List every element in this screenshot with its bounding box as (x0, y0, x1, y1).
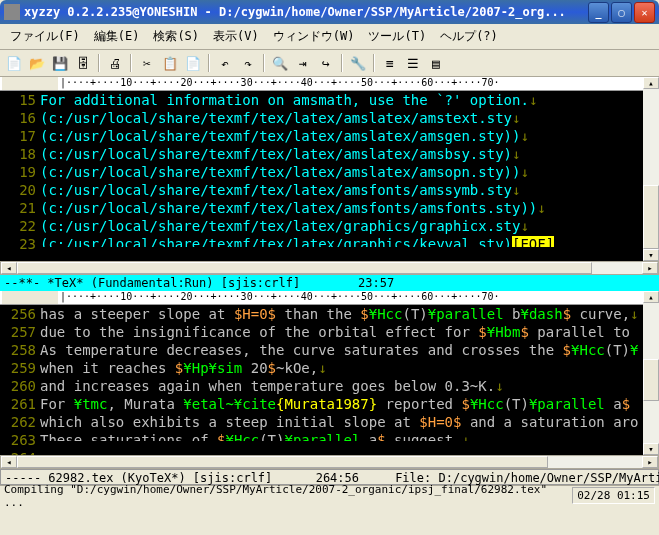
ruler: |····+····10···+····20···+····30···+····… (0, 77, 643, 91)
new-file-icon[interactable]: 📄 (4, 53, 24, 73)
scroll-left-icon[interactable]: ◂ (1, 262, 17, 274)
save-icon[interactable]: 💾 (50, 53, 70, 73)
minimize-button[interactable]: _ (588, 2, 609, 23)
scroll-up-icon[interactable]: ▴ (643, 291, 659, 303)
titlebar: xyzzy 0.2.2.235@YONESHIN - D:/cygwin/hom… (0, 0, 659, 24)
wrap-icon[interactable]: ▤ (426, 53, 446, 73)
toolbar: 📄 📂 💾 🗄 🖨 ✂ 📋 📄 ↶ ↷ 🔍 ⇥ ↪ 🔧 ≡ ☰ ▤ (0, 50, 659, 77)
scroll-right-icon[interactable]: ▸ (642, 262, 658, 274)
status-time: 02/28 01:15 (572, 487, 655, 504)
toolbar-separator (341, 54, 343, 72)
scroll-down-icon[interactable]: ▾ (643, 249, 659, 261)
close-button[interactable]: ✕ (634, 2, 655, 23)
menu-help[interactable]: ヘルプ(?) (434, 26, 504, 47)
status-message: Compiling "D:/cygwin/home/Owner/SSP/MyAr… (4, 483, 572, 509)
menubar: ファイル(F) 編集(E) 検索(S) 表示(V) ウィンドウ(W) ツール(T… (0, 24, 659, 50)
horizontal-scrollbar[interactable]: ◂ ▸ (0, 455, 659, 469)
editor-pane-1[interactable]: 151617181920212223 For additional inform… (0, 91, 643, 261)
scroll-right-icon[interactable]: ▸ (642, 456, 658, 468)
find-icon[interactable]: 🔍 (270, 53, 290, 73)
goto-icon[interactable]: ⇥ (293, 53, 313, 73)
redo-icon[interactable]: ↷ (238, 53, 258, 73)
maximize-button[interactable]: ▢ (611, 2, 632, 23)
scroll-down-icon[interactable]: ▾ (643, 443, 659, 455)
paste-icon[interactable]: 📄 (183, 53, 203, 73)
indent-right-icon[interactable]: ☰ (403, 53, 423, 73)
editor-pane-2[interactable]: 256257258259260261262263264 has a steepe… (0, 305, 643, 455)
ruler-text: |····+····10···+····20···+····30···+····… (58, 291, 643, 304)
menu-edit[interactable]: 編集(E) (88, 26, 146, 47)
statusbar: Compiling "D:/cygwin/home/Owner/SSP/MyAr… (0, 485, 659, 505)
indent-left-icon[interactable]: ≡ (380, 53, 400, 73)
copy-icon[interactable]: 📋 (160, 53, 180, 73)
jump-icon[interactable]: ↪ (316, 53, 336, 73)
menu-window[interactable]: ウィンドウ(W) (267, 26, 361, 47)
modeline-1: --**- *TeX* (Fundamental:Run) [sjis:crlf… (0, 275, 659, 291)
ruler-text: |····+····10···+····20···+····30···+····… (58, 77, 643, 90)
save-all-icon[interactable]: 🗄 (73, 53, 93, 73)
horizontal-scrollbar[interactable]: ◂ ▸ (0, 261, 659, 275)
ruler: |····+····10···+····20···+····30···+····… (0, 291, 643, 305)
toolbar-separator (208, 54, 210, 72)
toolbar-separator (263, 54, 265, 72)
app-icon (4, 4, 20, 20)
menu-search[interactable]: 検索(S) (147, 26, 205, 47)
toolbar-separator (98, 54, 100, 72)
menu-tools[interactable]: ツール(T) (362, 26, 432, 47)
line-gutter: 256257258259260261262263264 (0, 305, 40, 441)
cut-icon[interactable]: ✂ (137, 53, 157, 73)
scroll-up-icon[interactable]: ▴ (643, 77, 659, 89)
open-file-icon[interactable]: 📂 (27, 53, 47, 73)
menu-file[interactable]: ファイル(F) (4, 26, 86, 47)
vertical-scrollbar[interactable]: ▴ ▾ (643, 77, 659, 261)
line-gutter: 151617181920212223 (0, 91, 40, 247)
undo-icon[interactable]: ↶ (215, 53, 235, 73)
toolbar-separator (373, 54, 375, 72)
menu-view[interactable]: 表示(V) (207, 26, 265, 47)
vertical-scrollbar[interactable]: ▴ ▾ (643, 291, 659, 455)
toolbar-separator (130, 54, 132, 72)
build-icon[interactable]: 🔧 (348, 53, 368, 73)
print-icon[interactable]: 🖨 (105, 53, 125, 73)
window-title: xyzzy 0.2.2.235@YONESHIN - D:/cygwin/hom… (24, 5, 588, 19)
scroll-left-icon[interactable]: ◂ (1, 456, 17, 468)
code-lines[interactable]: For additional information on amsmath, u… (40, 91, 643, 247)
code-lines[interactable]: has a steeper slope at $H=0$ than the $¥… (40, 305, 643, 441)
